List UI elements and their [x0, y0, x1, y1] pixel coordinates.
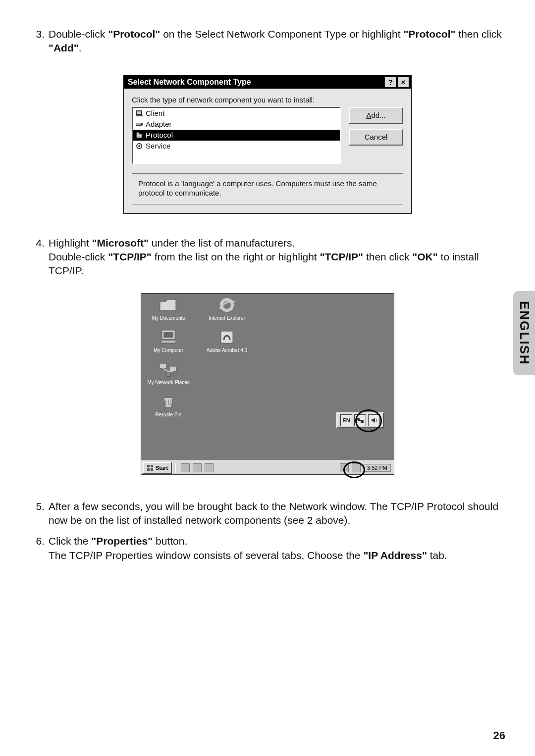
close-button[interactable]: × — [397, 77, 409, 88]
folder-icon — [159, 297, 178, 313]
step-number: 5. — [30, 500, 49, 528]
dialog-prompt: Click the type of network component you … — [132, 96, 403, 104]
icon-label: My Network Places — [147, 380, 190, 385]
internet-explorer-icon[interactable]: Internet Explorer — [205, 297, 249, 321]
recycle-bin-icon[interactable]: Recycle Bin — [146, 393, 191, 417]
quick-launch-item[interactable] — [181, 463, 190, 472]
step-number: 4. — [30, 236, 49, 278]
help-button[interactable]: ? — [384, 77, 396, 88]
quick-launch-item[interactable] — [193, 463, 202, 472]
adapter-icon — [135, 120, 144, 128]
network-icon — [159, 361, 178, 378]
windows-logo-icon — [147, 464, 154, 471]
svg-rect-10 — [161, 340, 176, 343]
my-documents-icon[interactable]: My Documents — [146, 297, 191, 321]
svg-rect-18 — [147, 465, 150, 467]
list-item-service[interactable]: Service — [133, 141, 340, 151]
step-list: 3. Double-click "Protocol" on the Select… — [30, 27, 505, 55]
taskbar: Start 3:52 PM — [141, 460, 394, 474]
figure-desktop-wrap: My Documents My Computer My Network Plac… — [30, 293, 505, 475]
clock[interactable]: 3:52 PM — [364, 464, 391, 472]
icon-label: My Documents — [152, 315, 185, 321]
tray-volume-icon[interactable] — [368, 414, 380, 426]
dialog-titlebar: Select Network Component Type ? × — [124, 76, 411, 89]
my-computer-icon[interactable]: My Computer — [146, 329, 191, 353]
step-6: 6. Click the "Properties" button. The TC… — [30, 534, 505, 562]
annotation-circle — [343, 461, 365, 478]
step-number: 3. — [30, 27, 49, 55]
svg-rect-11 — [160, 363, 166, 368]
dialog-button-column: Add... Cancel — [349, 107, 403, 164]
page-number: 26 — [493, 729, 505, 742]
list-item-label: Adapter — [146, 120, 172, 128]
start-button[interactable]: Start — [143, 462, 172, 474]
system-tray: 3:52 PM — [340, 463, 394, 472]
svg-rect-9 — [163, 332, 173, 338]
svg-rect-19 — [151, 465, 153, 467]
icon-label: My Computer — [154, 348, 183, 353]
figure-dialog-wrap: Select Network Component Type ? × Click … — [30, 75, 505, 214]
client-icon — [135, 109, 144, 117]
svg-rect-12 — [169, 366, 176, 371]
dialog-title: Select Network Component Type — [126, 78, 383, 87]
svg-rect-15 — [221, 331, 233, 343]
svg-point-13 — [166, 372, 171, 377]
step-body: Double-click "Protocol" on the Select Ne… — [49, 27, 505, 55]
svg-rect-2 — [136, 115, 143, 116]
step-body: Click the "Properties" button. The TCP/I… — [49, 534, 505, 562]
language-tab-label: ENGLISH — [517, 301, 532, 365]
service-icon — [135, 142, 144, 150]
cancel-button[interactable]: Cancel — [349, 129, 403, 146]
step-3: 3. Double-click "Protocol" on the Select… — [30, 27, 505, 55]
list-item-label: Client — [146, 109, 164, 117]
dialog-body: Click the type of network component you … — [124, 89, 411, 213]
icon-label: Recycle Bin — [156, 412, 182, 417]
document-page: ENGLISH 3. Double-click "Protocol" on th… — [0, 0, 535, 756]
step-body: Highlight "Microsoft" under the list of … — [49, 236, 505, 278]
network-places-icon[interactable]: My Network Places — [146, 361, 191, 385]
step-list: 5. After a few seconds, you will be brou… — [30, 500, 505, 562]
component-type-list[interactable]: Client Adapter Protocol — [132, 107, 341, 164]
step-5: 5. After a few seconds, you will be brou… — [30, 500, 505, 528]
svg-rect-5 — [136, 123, 141, 125]
computer-icon — [159, 329, 178, 346]
ie-icon — [217, 297, 237, 313]
list-item-protocol[interactable]: Protocol — [133, 130, 340, 141]
quick-launch-item[interactable] — [205, 463, 214, 472]
svg-rect-4 — [142, 123, 143, 125]
tray-network-icon[interactable] — [354, 414, 366, 426]
svg-rect-1 — [137, 111, 141, 114]
desktop-icon-grid: My Documents My Computer My Network Plac… — [146, 297, 249, 417]
component-description: Protocol is a 'language' a computer uses… — [132, 173, 403, 204]
list-item-client[interactable]: Client — [133, 108, 340, 119]
icon-label: Adobe Acrobat 4.0 — [207, 348, 247, 353]
svg-point-7 — [138, 145, 140, 147]
icon-label: Internet Explorer — [209, 315, 245, 321]
step-body: After a few seconds, you will be brought… — [49, 500, 505, 528]
add-button[interactable]: Add... — [349, 107, 403, 124]
svg-rect-21 — [151, 468, 153, 471]
adobe-acrobat-icon[interactable]: Adobe Acrobat 4.0 — [205, 329, 249, 353]
list-item-adapter[interactable]: Adapter — [133, 119, 340, 130]
language-tab: ENGLISH — [513, 291, 535, 375]
bin-icon — [159, 393, 178, 410]
step-4: 4. Highlight "Microsoft" under the list … — [30, 236, 505, 278]
select-component-dialog: Select Network Component Type ? × Click … — [123, 75, 412, 214]
protocol-icon — [135, 131, 144, 139]
list-item-label: Service — [146, 142, 170, 150]
svg-rect-20 — [147, 468, 150, 471]
quick-launch — [181, 463, 214, 472]
clock-label: 3:52 PM — [367, 465, 387, 471]
taskbar-divider — [174, 463, 176, 473]
list-item-label: Protocol — [146, 131, 173, 139]
acrobat-icon — [217, 329, 237, 346]
language-indicator[interactable]: EN — [340, 414, 352, 426]
step-number: 6. — [30, 534, 49, 562]
windows-desktop: My Documents My Computer My Network Plac… — [141, 293, 394, 475]
language-tray-float: EN — [336, 412, 384, 428]
step-list: 4. Highlight "Microsoft" under the list … — [30, 236, 505, 278]
start-label: Start — [156, 465, 168, 471]
